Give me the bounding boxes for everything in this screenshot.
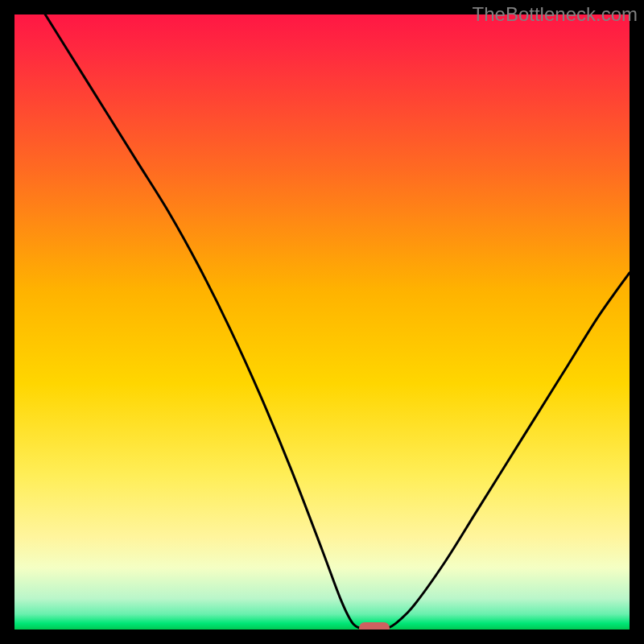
optimal-range-marker xyxy=(359,622,390,630)
plot-area xyxy=(14,14,630,630)
bottleneck-curve xyxy=(14,14,630,630)
chart-container: TheBottleneck.com xyxy=(0,0,644,644)
watermark-text: TheBottleneck.com xyxy=(473,3,638,26)
